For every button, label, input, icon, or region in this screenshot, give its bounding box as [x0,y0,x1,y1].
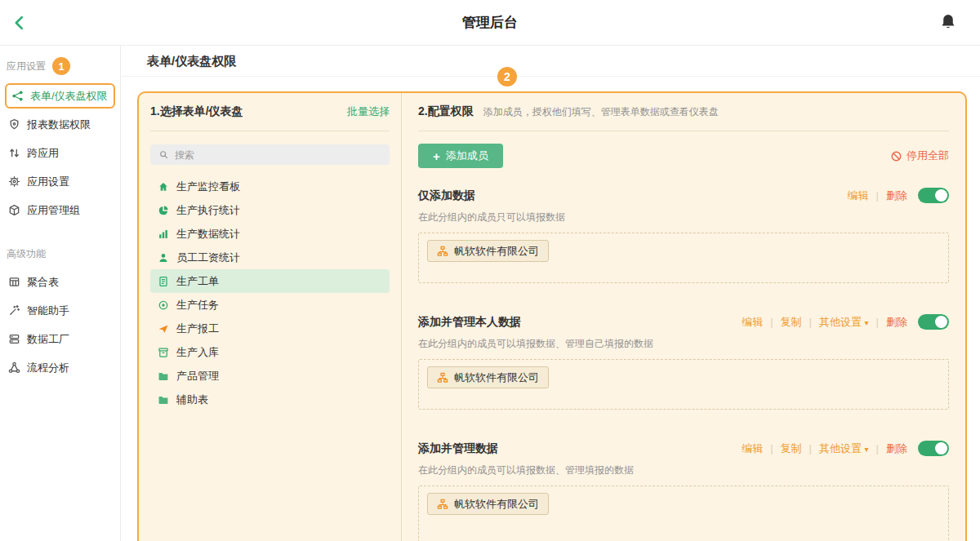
bell-icon[interactable] [939,13,957,31]
plus-icon: + [433,150,440,162]
group-description: 在此分组内的成员只可以填报数据 [418,211,949,224]
sidebar-item-app-management-group[interactable]: 应用管理组 [0,196,120,224]
pie-chart-icon [158,205,169,216]
edit-link[interactable]: 编辑 [848,188,869,203]
permission-group-manage-all: 添加并管理数据 编辑 | 复制 | 其他设置 ▾ | 删除 在此分组内的成员可以 [418,441,949,541]
chevron-down-icon: ▾ [865,445,869,454]
chevron-down-icon: ▾ [865,318,869,327]
member-chip[interactable]: 帆软软件有限公司 [427,493,549,515]
sidebar-item-label: 聚合表 [27,275,59,290]
sidebar-item-aggregate-table[interactable]: 聚合表 [0,268,120,296]
group-name: 仅添加数据 [418,188,475,203]
group-enabled-toggle[interactable] [918,314,949,330]
sidebar-item-label: 跨应用 [27,146,59,161]
form-list-item[interactable]: 生产数据统计 [150,222,390,246]
form-item-label: 生产工单 [176,274,219,289]
permission-config-panel: 1.选择表单/仪表盘 批量选择 生产监控看板 [137,91,967,541]
disable-all-label: 停用全部 [906,149,949,163]
permission-group-manage-own: 添加并管理本人数据 编辑 | 复制 | 其他设置 ▾ | 删除 在此分组内的成员 [418,314,949,410]
form-list-item[interactable]: 生产任务 [150,293,390,317]
sidebar-item-app-settings[interactable]: 应用设置 [0,167,120,196]
add-member-button[interactable]: + 添加成员 [418,144,503,168]
edit-link[interactable]: 编辑 [742,315,763,330]
form-item-label: 生产任务 [176,298,219,313]
form-list-item[interactable]: 辅助表 [150,388,390,411]
form-item-label: 生产监控看板 [176,180,240,194]
group-description: 在此分组内的成员可以填报数据、管理自己填报的数据 [418,337,949,351]
tutorial-step-1-badge: 1 [52,57,70,75]
org-structure-icon [437,372,448,384]
sidebar-item-label: 数据工厂 [27,332,69,347]
form-list-item[interactable]: 生产执行统计 [150,198,390,222]
admin-backend-window: 管理后台 应用设置 1 表单/仪表盘权限 报表数据权限 跨应用 [0,0,980,541]
group-description: 在此分组内的成员可以填报数据、管理填报的数据 [418,463,949,477]
sidebar-item-process-analysis[interactable]: 流程分析 [0,353,120,382]
person-icon [158,252,169,264]
swap-arrows-icon [8,147,20,159]
sidebar-item-cross-app[interactable]: 跨应用 [0,139,120,167]
sidebar: 应用设置 1 表单/仪表盘权限 报表数据权限 跨应用 应用设置 [0,46,121,541]
disable-all-link[interactable]: 停用全部 [890,149,949,163]
search-input[interactable] [175,149,381,161]
group-enabled-toggle[interactable] [918,188,949,203]
form-list-item[interactable]: 生产报工 [150,317,390,340]
target-icon [158,299,169,311]
other-settings-dropdown[interactable]: 其他设置 ▾ [819,315,869,330]
magic-wand-icon [8,304,20,317]
form-search-box[interactable] [150,144,390,165]
add-member-label: 添加成员 [446,149,488,163]
form-item-label: 生产报工 [176,321,219,336]
edit-link[interactable]: 编辑 [742,441,763,456]
stack-icon [8,333,20,345]
group-enabled-toggle[interactable] [918,441,949,456]
action-separator: | [770,316,773,328]
sidebar-item-data-factory[interactable]: 数据工厂 [0,325,120,353]
sidebar-item-smart-assistant[interactable]: 智能助手 [0,296,120,325]
shield-icon [8,118,20,131]
page-header-title: 管理后台 [0,0,980,45]
share-nodes-icon [11,90,24,102]
paper-plane-icon [158,323,169,335]
archive-icon [158,347,169,358]
sidebar-item-label: 报表数据权限 [27,118,91,132]
form-selector-title: 1.选择表单/仪表盘 [150,104,243,119]
form-list: 生产监控看板 生产执行统计 生产数据统计 [150,175,390,411]
page-title: 表单/仪表盘权限 [122,46,980,77]
sidebar-item-label: 应用管理组 [27,203,80,218]
permission-toolbar: + 添加成员 停用全部 [418,144,949,168]
batch-select-link[interactable]: 批量选择 [347,104,390,119]
form-item-label: 生产数据统计 [176,227,240,242]
delete-link[interactable]: 删除 [886,188,907,203]
search-icon [158,149,169,160]
back-chevron-icon[interactable] [11,14,29,32]
delete-link[interactable]: 删除 [886,315,907,330]
member-drop-area: 帆软软件有限公司 [418,359,949,410]
copy-link[interactable]: 复制 [781,441,802,456]
form-item-label: 员工工资统计 [176,251,240,265]
form-list-item[interactable]: 生产入库 [150,340,390,364]
permission-group-add-only: 仅添加数据 编辑 | 删除 在此分组内的成员只可以填报数据 [418,188,949,283]
member-chip[interactable]: 帆软软件有限公司 [427,240,549,262]
form-list-item[interactable]: 产品管理 [150,364,390,388]
sidebar-item-label: 流程分析 [27,361,69,375]
group-name: 添加并管理本人数据 [418,315,521,330]
folder-icon [158,370,169,382]
delete-link[interactable]: 删除 [886,441,907,456]
form-item-label: 辅助表 [176,392,208,407]
sidebar-item-form-dashboard-permission[interactable]: 表单/仪表盘权限 [5,83,115,109]
group-name: 添加并管理数据 [418,441,498,456]
cube-icon [8,204,20,216]
form-list-item[interactable]: 员工工资统计 [150,246,390,269]
action-separator: | [876,316,879,328]
form-list-item-selected[interactable]: 生产工单 [150,269,390,293]
other-settings-dropdown[interactable]: 其他设置 ▾ [819,441,869,456]
gear-icon [8,175,20,188]
folder-icon [158,394,169,406]
member-chip[interactable]: 帆软软件有限公司 [427,366,549,388]
copy-link[interactable]: 复制 [781,315,802,330]
org-structure-icon [437,499,448,510]
action-separator: | [809,442,812,455]
form-selector-header: 1.选择表单/仪表盘 批量选择 [150,93,390,131]
form-list-item[interactable]: 生产监控看板 [150,175,390,198]
sidebar-item-report-data-permission[interactable]: 报表数据权限 [0,110,120,139]
